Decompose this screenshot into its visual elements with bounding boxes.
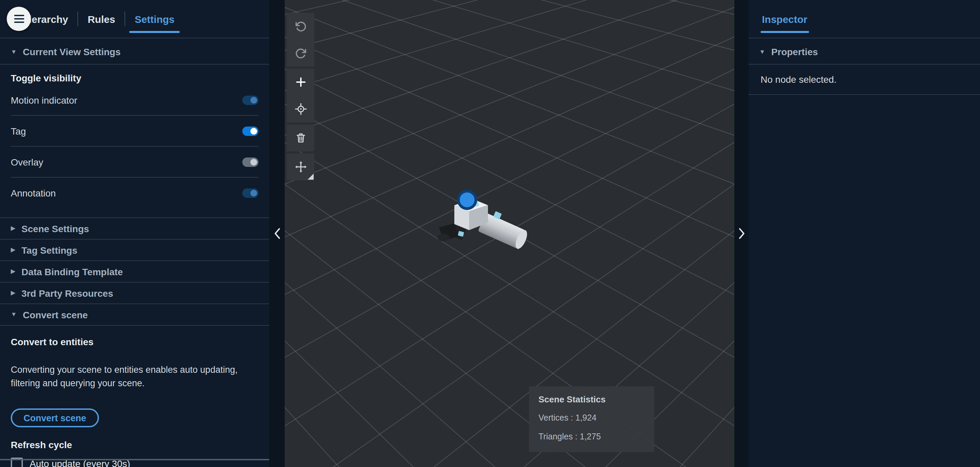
heading-toggle-visibility: Toggle visibility [0,65,269,85]
motion-indicator-toggle[interactable] [242,95,258,105]
section-scene-settings[interactable]: ▶ Scene Settings [0,218,269,240]
section-title: Properties [772,46,818,57]
caret-down-icon: ▼ [11,311,17,318]
annotation-toggle[interactable] [242,188,258,197]
left-panel-scrollbar[interactable] [0,459,269,460]
no-selection-text: No node selected. [748,65,980,95]
left-panel-tabs: Hierarchy Rules Settings [0,0,269,38]
menu-button[interactable] [7,7,31,31]
left-panel: Hierarchy Rules Settings ▼ Current View … [0,0,269,467]
undo-icon [294,20,307,32]
undo-button[interactable] [287,13,314,40]
heading-refresh-cycle: Refresh cycle [0,427,269,451]
section-data-binding-template[interactable]: ▶ Data Binding Template [0,261,269,283]
caret-right-icon: ▶ [11,226,16,232]
toggle-label: Motion indicator [11,95,77,105]
section-convert-scene[interactable]: ▼ Convert scene [0,304,269,326]
move-icon [294,161,307,173]
section-tag-settings[interactable]: ▶ Tag Settings [0,240,269,261]
toolbar-resize-handle[interactable] [308,174,313,179]
convert-scene-button[interactable]: Convert scene [11,408,99,427]
toggle-label: Tag [11,125,26,136]
tab-rules[interactable]: Rules [78,0,124,38]
expand-right-icon[interactable] [738,227,745,240]
hamburger-icon [14,15,24,16]
add-object-button[interactable] [287,68,314,95]
tab-inspector[interactable]: Inspector [760,0,809,38]
toggle-row-overlay: Overlay [11,147,258,178]
tag-toggle[interactable] [242,126,258,136]
heading-convert-to-entities: Convert to entities [0,326,269,349]
toggle-row-annotation: Annotation [11,178,258,208]
stats-triangles: Triangles : 1,275 [538,432,645,442]
tab-settings[interactable]: Settings [125,0,184,38]
trash-icon [294,132,307,144]
section-properties[interactable]: ▼ Properties [748,38,980,65]
toggle-label: Annotation [11,187,56,198]
scene-composer-app: Hierarchy Rules Settings ▼ Current View … [0,0,980,467]
tab-strip: Hierarchy Rules Settings [12,0,184,38]
plus-icon [294,76,307,88]
delete-button[interactable] [287,124,314,151]
stats-vertices: Vertices : 1,924 [538,413,645,423]
caret-right-icon: ▶ [11,268,16,275]
inspector-panel: Inspector ▼ Properties No node selected. [748,0,980,467]
anchor-button[interactable] [287,95,314,122]
redo-icon [294,47,307,59]
scene-statistics-panel: Scene Statistics Vertices : 1,924 Triang… [529,386,654,452]
toggle-label: Overlay [11,156,43,167]
overlay-toggle[interactable] [242,157,258,167]
scene-model[interactable] [438,190,532,250]
section-3rd-party-resources[interactable]: ▶ 3rd Party Resources [0,283,269,304]
3d-viewport[interactable]: Scene Statistics Vertices : 1,924 Triang… [285,0,734,467]
stats-title: Scene Statistics [538,394,645,404]
caret-down-icon: ▼ [11,49,17,55]
collapse-left-icon[interactable] [274,227,280,240]
scene-canvas [285,0,734,467]
toggle-row-motion-indicator: Motion indicator [11,85,258,116]
section-title: Current View Settings [23,46,121,57]
anchor-target-icon [294,103,307,115]
caret-down-icon: ▼ [759,49,765,55]
convert-description: Converting your scene to entities enable… [0,357,269,390]
redo-button[interactable] [287,40,314,67]
left-panel-collapse-strip [269,0,285,467]
caret-right-icon: ▶ [11,290,16,296]
section-current-view-settings[interactable]: ▼ Current View Settings [0,38,269,65]
inspector-tabs: Inspector [748,0,980,38]
viewport-toolbar [287,13,314,180]
caret-right-icon: ▶ [11,247,16,253]
toggle-row-tag: Tag [11,116,258,147]
collapsed-sections: ▶ Scene Settings ▶ Tag Settings ▶ Data B… [0,218,269,326]
right-panel-collapse-strip [734,0,748,467]
